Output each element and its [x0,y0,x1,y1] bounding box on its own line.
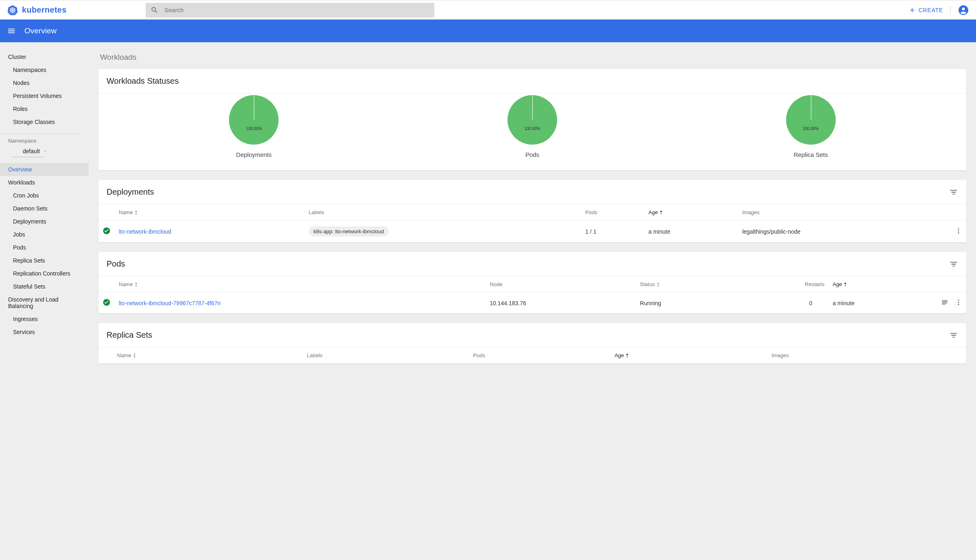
filter-icon[interactable] [949,188,958,197]
sidebar-workloads-heading: Workloads [0,176,89,189]
sidebar-item-persistent-volumes[interactable]: Persistent Volumes [0,89,89,102]
col-node[interactable]: Node [486,276,636,293]
sort-icon: ▲▼ [844,282,847,287]
cell-pods: 1 / 1 [581,221,644,243]
sidebar-item-cron-jobs[interactable]: Cron Jobs [0,189,89,202]
namespace-select[interactable]: default [11,146,44,157]
search-bar[interactable] [146,3,434,17]
sidebar-divider [0,133,81,134]
sidebar-item-deployments[interactable]: Deployments [0,215,89,228]
svg-point-15 [958,302,959,303]
more-vert-icon[interactable] [955,299,962,306]
sidebar-item-nodes[interactable]: Nodes [0,76,89,89]
search-icon [150,6,159,14]
svg-point-10 [958,228,959,229]
col-age[interactable]: Age▲▼ [645,204,739,221]
more-vert-icon[interactable] [955,227,962,234]
filter-icon[interactable] [949,331,958,340]
sidebar-item-jobs[interactable]: Jobs [0,228,89,241]
chart-deployments: 100.00% Deployments [229,95,279,158]
pods-table: Name▲▼ Node Status▲▼ Restarts Age▲▼ lto-… [98,276,966,313]
sidebar-discovery-heading: Discovery and Load Balancing [0,293,89,313]
col-name[interactable]: Name▲▼ [113,347,303,364]
sort-icon: ▲▼ [625,353,629,358]
chart-caption: Deployments [229,151,279,158]
deployments-card: Deployments Name▲▼ Labels Pods Age▲▼ Ima… [98,180,966,242]
col-pods[interactable]: Pods [581,204,644,221]
replicasets-card-title: Replica Sets [107,330,152,340]
table-row: lto-network-ibmcloud k8s-app: lto-networ… [98,221,966,243]
sort-icon: ▲▼ [656,282,660,287]
table-row: lto-network-ibmcloud-79967c7787-4f67n 10… [98,293,966,314]
pie-chart-icon: 100.00% [508,95,557,145]
svg-point-6 [12,9,13,11]
sidebar-item-stateful-sets[interactable]: Stateful Sets [0,280,89,293]
divider [950,6,951,15]
workloads-statuses-card: Workloads Statuses 100.00% Deployments 1… [98,69,966,170]
cell-age: a minute [828,293,930,314]
col-images[interactable]: Images [767,347,946,364]
chart-pods: 100.00% Pods [508,95,557,158]
create-label: CREATE [918,7,943,13]
account-icon[interactable] [958,5,969,15]
svg-point-11 [958,230,959,232]
pods-card: Pods Name▲▼ Node Status▲▼ Restarts Age▲▼ [98,252,966,313]
sidebar-cluster-heading: Cluster [0,50,89,63]
main-content: Workloads Workloads Statuses 100.00% Dep… [89,42,976,382]
col-labels[interactable]: Labels [303,347,469,364]
topbar-right: CREATE [908,5,969,15]
logs-icon[interactable] [941,299,948,306]
sidebar-item-ingresses[interactable]: Ingresses [0,313,89,326]
sort-icon: ▲▼ [135,210,138,215]
deployments-card-title: Deployments [107,187,154,197]
sidebar-item-overview[interactable]: Overview [0,163,89,176]
create-button[interactable]: CREATE [908,7,943,14]
sidebar-item-namespaces[interactable]: Namespaces [0,63,89,76]
sidebar-item-daemon-sets[interactable]: Daemon Sets [0,202,89,215]
page-title: Workloads [100,53,966,62]
namespace-value: default [23,148,40,154]
col-age[interactable]: Age▲▼ [828,276,930,293]
topbar: kubernetes CREATE [0,0,976,20]
col-age[interactable]: Age▲▼ [610,347,767,364]
col-labels[interactable]: Labels [305,204,581,221]
brand-name: kubernetes [22,5,67,15]
col-pods[interactable]: Pods [469,347,610,364]
cell-status: Running [636,293,735,314]
replicasets-card: Replica Sets Name▲▼ Labels Pods Age▲▼ Im… [98,323,966,364]
pod-link[interactable]: lto-network-ibmcloud-79967c7787-4f67n [119,300,221,306]
sidebar: Cluster Namespaces Nodes Persistent Volu… [0,42,89,382]
col-name[interactable]: Name▲▼ [115,276,486,293]
sidebar-item-replica-sets[interactable]: Replica Sets [0,254,89,267]
svg-point-8 [962,7,965,10]
sidebar-item-services[interactable]: Services [0,326,89,339]
deployment-link[interactable]: lto-network-ibmcloud [119,228,171,235]
sidebar-item-replication-controllers[interactable]: Replication Controllers [0,267,89,280]
col-restarts[interactable]: Restarts [735,276,829,293]
col-status[interactable]: Status▲▼ [636,276,735,293]
col-name[interactable]: Name▲▼ [115,204,305,221]
label-chip: k8s-app: lto-network-ibmcloud [309,226,389,237]
filter-icon[interactable] [949,260,958,269]
pie-chart-icon: 100.00% [786,95,836,145]
status-ok-icon [102,227,111,235]
col-images[interactable]: Images [738,204,946,221]
sort-icon: ▲▼ [133,353,136,358]
search-input[interactable] [159,7,429,13]
kubernetes-logo-icon [7,5,18,15]
bluebar: Overview [0,20,976,42]
chart-caption: Pods [508,151,557,158]
sidebar-item-storage-classes[interactable]: Storage Classes [0,115,89,128]
chart-percent: 100.00% [246,126,262,131]
sidebar-item-pods[interactable]: Pods [0,241,89,254]
logo-section: kubernetes [7,5,146,15]
workloads-statuses-title: Workloads Statuses [98,69,966,93]
cell-images: legalthings/public-node [738,221,946,243]
chevron-down-icon [43,149,47,153]
svg-point-14 [958,300,959,301]
hamburger-menu-button[interactable] [6,25,17,37]
replicasets-table: Name▲▼ Labels Pods Age▲▼ Images [98,347,966,364]
sidebar-item-roles[interactable]: Roles [0,102,89,115]
deployments-table: Name▲▼ Labels Pods Age▲▼ Images lto-netw… [98,204,966,242]
namespace-label: Namespace [0,138,89,146]
